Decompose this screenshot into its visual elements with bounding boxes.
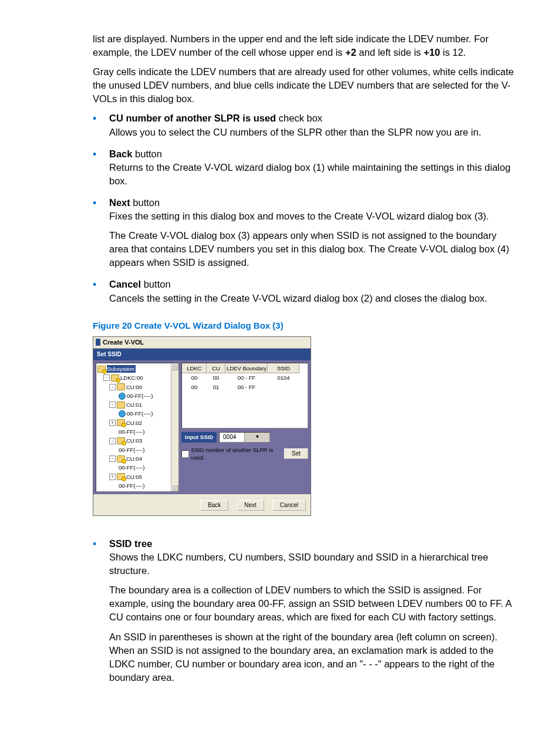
create-vvol-dialog: Create V-VOL Set SSID Subsystem-LDKC:00-… xyxy=(93,336,311,516)
ssid-grid[interactable]: LDKCCULDEV BoundarySSID 000000 - FF01040… xyxy=(181,363,308,428)
figure-caption: Figure 20 Create V-VOL Wizard Dialog Box… xyxy=(93,319,514,332)
dialog-titlebar: Create V-VOL xyxy=(93,337,311,349)
grid-header[interactable]: LDEV Boundary xyxy=(225,363,268,373)
tree-leaf[interactable]: 00-FF(----) xyxy=(119,482,144,490)
bullet-ssid-tree: SSID tree Shows the LDKC numbers, CU num… xyxy=(93,537,514,684)
slpr-checkbox-label: SSID number of another SLPR is used. xyxy=(191,446,284,462)
intro-para-2: Gray cells indicate the LDEV numbers tha… xyxy=(93,65,514,106)
tree-cu[interactable]: CU:04 xyxy=(126,455,142,463)
folder-icon xyxy=(117,419,125,426)
dialog-title: Create V-VOL xyxy=(103,338,144,347)
tree-cu[interactable]: CU:01 xyxy=(126,401,142,409)
grid-row[interactable]: 000000 - FF0104 xyxy=(182,373,308,382)
grid-header[interactable]: LDKC xyxy=(182,363,207,373)
tree-cu[interactable]: CU:03 xyxy=(126,437,142,444)
input-ssid-label: Input SSID xyxy=(181,432,217,442)
folder-icon xyxy=(117,491,125,492)
slpr-checkbox[interactable] xyxy=(181,450,189,458)
dialog-tab[interactable]: Set SSID xyxy=(93,349,311,360)
intro-para-1: list are displayed. Numbers in the upper… xyxy=(93,32,514,59)
grid-header[interactable]: CU xyxy=(207,363,225,373)
folder-icon xyxy=(117,383,125,390)
scrollbar[interactable] xyxy=(171,363,178,491)
next-button[interactable]: Next xyxy=(237,500,264,511)
bullet-next: Next button Fixes the setting in this di… xyxy=(93,196,514,269)
globe-icon xyxy=(119,393,126,400)
tree-leaf[interactable]: 00-FF(----) xyxy=(119,428,144,436)
tree-root[interactable]: Subsystem xyxy=(107,365,136,373)
back-button[interactable]: Back xyxy=(200,500,228,511)
folder-icon xyxy=(111,374,119,382)
bullet-cancel: Cancel button Cancels the setting in the… xyxy=(93,278,514,305)
grid-row[interactable]: 000100 - FF xyxy=(182,383,308,391)
tree-cu[interactable]: CU:06 xyxy=(126,491,142,492)
folder-icon xyxy=(97,366,106,373)
tree-cu[interactable]: CU:00 xyxy=(126,383,142,391)
cancel-button[interactable]: Cancel xyxy=(272,500,306,511)
window-icon xyxy=(96,339,100,346)
chevron-down-icon[interactable]: ▾ xyxy=(244,433,269,442)
grid-header[interactable]: SSID xyxy=(268,363,299,373)
tree-cu[interactable]: CU:02 xyxy=(126,419,142,427)
globe-icon xyxy=(119,410,126,417)
tree-ldkc[interactable]: LDKC:00 xyxy=(120,374,143,382)
folder-icon xyxy=(117,437,125,444)
bullet-back: Back button Returns to the Create V-VOL … xyxy=(93,147,514,188)
tree-cu[interactable]: CU:05 xyxy=(126,473,142,481)
folder-icon xyxy=(117,401,125,409)
set-button[interactable]: Set xyxy=(284,448,308,459)
folder-icon xyxy=(117,473,125,480)
bullet-cu: CU number of another SLPR is used check … xyxy=(93,112,514,139)
ssid-tree[interactable]: Subsystem-LDKC:00-CU:0000-FF(----)-CU:01… xyxy=(96,363,179,492)
folder-icon xyxy=(117,455,125,463)
input-ssid-combo[interactable]: 0004 ▾ xyxy=(219,432,270,443)
tree-leaf[interactable]: 00-FF(----) xyxy=(127,410,153,417)
tree-leaf[interactable]: 00-FF(----) xyxy=(119,446,144,454)
tree-leaf[interactable]: 00-FF(----) xyxy=(127,392,153,400)
tree-leaf[interactable]: 00-FF(----) xyxy=(119,464,144,471)
